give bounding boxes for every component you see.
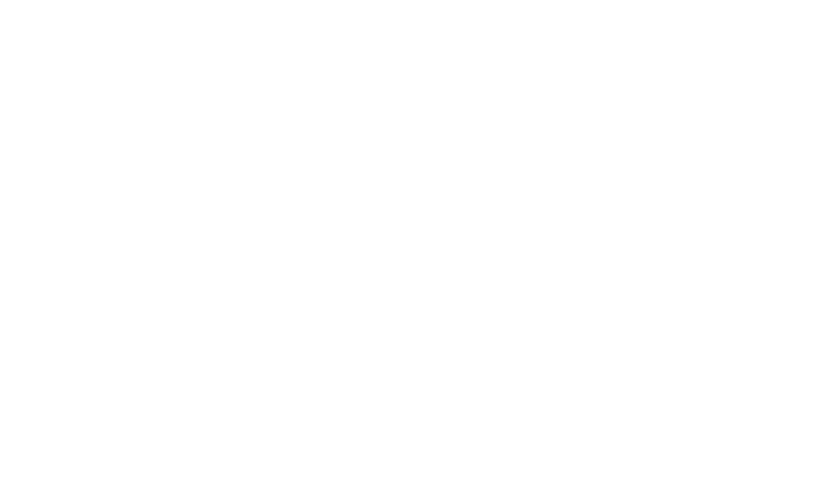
rps-vs-precision-chart (0, 0, 840, 504)
